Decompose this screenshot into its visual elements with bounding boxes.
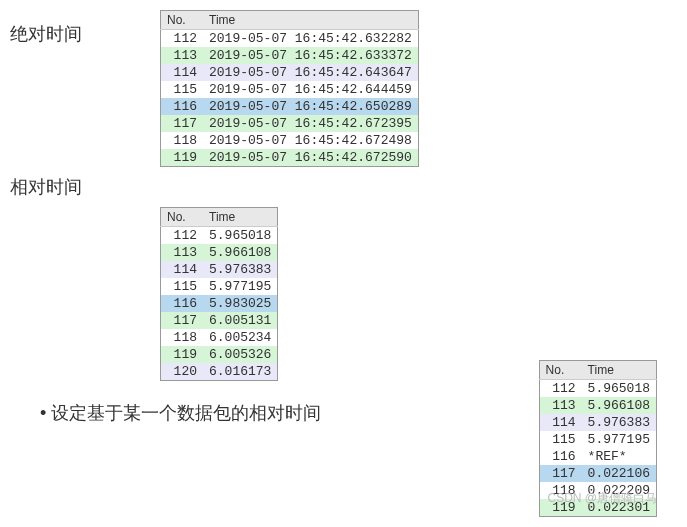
cell-time: 5.965018 bbox=[203, 227, 278, 245]
cell-no: 119 bbox=[161, 346, 204, 363]
table-row: 1192019-05-07 16:45:42.672590 bbox=[161, 149, 419, 167]
cell-no: 116 bbox=[161, 98, 204, 115]
table-row: 1142019-05-07 16:45:42.643647 bbox=[161, 64, 419, 81]
cell-no: 114 bbox=[539, 414, 582, 431]
cell-no: 115 bbox=[161, 278, 204, 295]
cell-no: 119 bbox=[161, 149, 204, 167]
table-row: 1170.022106 bbox=[539, 465, 656, 482]
cell-time: 2019-05-07 16:45:42.643647 bbox=[203, 64, 418, 81]
table-row: 1190.022301 bbox=[539, 499, 656, 517]
table-row: 1206.016173 bbox=[161, 363, 278, 381]
cell-no: 116 bbox=[539, 448, 582, 465]
cell-no: 112 bbox=[161, 227, 204, 245]
cell-time: 2019-05-07 16:45:42.672395 bbox=[203, 115, 418, 132]
cell-no: 115 bbox=[539, 431, 582, 448]
table-row: 1186.005234 bbox=[161, 329, 278, 346]
col-no: No. bbox=[161, 11, 204, 30]
cell-time: 6.005326 bbox=[203, 346, 278, 363]
cell-time: 2019-05-07 16:45:42.672590 bbox=[203, 149, 418, 167]
ref-time-table: No. Time 1125.9650181135.9661081145.9763… bbox=[539, 360, 657, 517]
cell-time: 5.983025 bbox=[203, 295, 278, 312]
table-row: 1135.966108 bbox=[161, 244, 278, 261]
cell-no: 117 bbox=[161, 312, 204, 329]
table-row: 116*REF* bbox=[539, 448, 656, 465]
cell-time: 2019-05-07 16:45:42.633372 bbox=[203, 47, 418, 64]
cell-time: 0.022106 bbox=[582, 465, 657, 482]
cell-no: 120 bbox=[161, 363, 204, 381]
label-absolute: 绝对时间 bbox=[10, 18, 160, 46]
table-row: 1155.977195 bbox=[161, 278, 278, 295]
table-row: 1135.966108 bbox=[539, 397, 656, 414]
cell-time: 2019-05-07 16:45:42.650289 bbox=[203, 98, 418, 115]
cell-time: 6.016173 bbox=[203, 363, 278, 381]
cell-time: 5.966108 bbox=[203, 244, 278, 261]
cell-time: 2019-05-07 16:45:42.672498 bbox=[203, 132, 418, 149]
cell-no: 112 bbox=[161, 30, 204, 48]
table-row: 1196.005326 bbox=[161, 346, 278, 363]
cell-no: 112 bbox=[539, 380, 582, 398]
cell-time: 5.976383 bbox=[582, 414, 657, 431]
cell-time: 5.977195 bbox=[582, 431, 657, 448]
cell-no: 114 bbox=[161, 261, 204, 278]
col-time: Time bbox=[203, 11, 418, 30]
table-row: 1180.022209 bbox=[539, 482, 656, 499]
cell-no: 115 bbox=[161, 81, 204, 98]
cell-time: 5.976383 bbox=[203, 261, 278, 278]
cell-no: 118 bbox=[161, 132, 204, 149]
table-row: 1162019-05-07 16:45:42.650289 bbox=[161, 98, 419, 115]
table-row: 1172019-05-07 16:45:42.672395 bbox=[161, 115, 419, 132]
cell-no: 117 bbox=[539, 465, 582, 482]
table-row: 1122019-05-07 16:45:42.632282 bbox=[161, 30, 419, 48]
table-row: 1145.976383 bbox=[161, 261, 278, 278]
table-row: 1182019-05-07 16:45:42.672498 bbox=[161, 132, 419, 149]
cell-no: 113 bbox=[539, 397, 582, 414]
cell-time: *REF* bbox=[582, 448, 657, 465]
table-row: 1132019-05-07 16:45:42.633372 bbox=[161, 47, 419, 64]
table-row: 1176.005131 bbox=[161, 312, 278, 329]
col-time: Time bbox=[203, 208, 278, 227]
table-row: 1125.965018 bbox=[161, 227, 278, 245]
cell-no: 113 bbox=[161, 47, 204, 64]
cell-time: 2019-05-07 16:45:42.632282 bbox=[203, 30, 418, 48]
table-row: 1152019-05-07 16:45:42.644459 bbox=[161, 81, 419, 98]
table-row: 1155.977195 bbox=[539, 431, 656, 448]
col-no: No. bbox=[161, 208, 204, 227]
absolute-time-table: No. Time 1122019-05-07 16:45:42.63228211… bbox=[160, 10, 419, 167]
cell-time: 5.966108 bbox=[582, 397, 657, 414]
relative-time-table: No. Time 1125.9650181135.9661081145.9763… bbox=[160, 207, 278, 381]
cell-time: 5.977195 bbox=[203, 278, 278, 295]
col-time: Time bbox=[582, 361, 657, 380]
cell-no: 118 bbox=[539, 482, 582, 499]
cell-time: 0.022209 bbox=[582, 482, 657, 499]
cell-no: 119 bbox=[539, 499, 582, 517]
cell-time: 6.005234 bbox=[203, 329, 278, 346]
cell-time: 5.965018 bbox=[582, 380, 657, 398]
cell-no: 114 bbox=[161, 64, 204, 81]
table-row: 1165.983025 bbox=[161, 295, 278, 312]
cell-no: 116 bbox=[161, 295, 204, 312]
cell-no: 118 bbox=[161, 329, 204, 346]
table-row: 1125.965018 bbox=[539, 380, 656, 398]
cell-time: 0.022301 bbox=[582, 499, 657, 517]
cell-no: 117 bbox=[161, 115, 204, 132]
table-row: 1145.976383 bbox=[539, 414, 656, 431]
label-relative: 相对时间 bbox=[10, 175, 677, 199]
cell-no: 113 bbox=[161, 244, 204, 261]
col-no: No. bbox=[539, 361, 582, 380]
cell-time: 6.005131 bbox=[203, 312, 278, 329]
cell-time: 2019-05-07 16:45:42.644459 bbox=[203, 81, 418, 98]
